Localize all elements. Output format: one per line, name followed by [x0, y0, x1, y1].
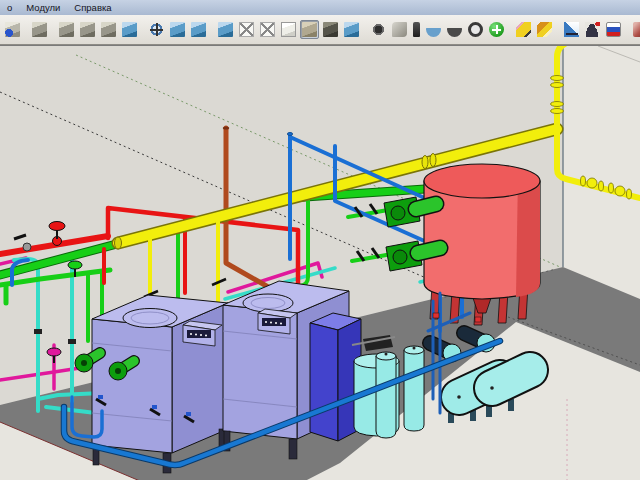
main-toolbar [0, 15, 640, 45]
red-handwheel[interactable] [49, 222, 65, 231]
tank-top [424, 164, 540, 198]
material-red-1-icon[interactable] [631, 20, 640, 39]
brush-icon[interactable] [535, 20, 554, 39]
style-xray-icon[interactable] [216, 20, 235, 39]
cube-tool-3-icon[interactable] [99, 20, 118, 39]
3d-viewport[interactable] [0, 45, 640, 480]
component-cube-icon[interactable] [30, 20, 49, 39]
cube-tool-2-icon[interactable] [78, 20, 97, 39]
cube-tool-4-icon[interactable] [120, 20, 139, 39]
cube-tool-1-icon[interactable] [57, 20, 76, 39]
section-bowl-blue-icon[interactable] [424, 20, 443, 39]
style-shaded-dark-icon[interactable] [321, 20, 340, 39]
sailboat-icon[interactable] [562, 20, 581, 39]
russian-flag-icon[interactable] [604, 20, 623, 39]
orbit-ring-icon[interactable] [466, 20, 485, 39]
flue-open-end [223, 126, 229, 129]
menu-item-1[interactable]: Модули [19, 1, 67, 15]
remove-person-icon[interactable] [583, 20, 602, 39]
pencil-icon[interactable] [514, 20, 533, 39]
slim-cylinder-2[interactable] [404, 350, 424, 431]
boiler-left-front[interactable] [92, 319, 172, 453]
pump-2-motor [418, 248, 440, 253]
control-cabinet[interactable] [310, 313, 361, 441]
model-info-icon[interactable] [3, 20, 22, 39]
gas-header-endcap [115, 237, 122, 249]
slim-cylinder-1[interactable] [376, 356, 396, 438]
zoom-cube-icon[interactable] [189, 20, 208, 39]
eraser-icon[interactable] [390, 20, 409, 39]
scene-canvas[interactable] [0, 46, 640, 480]
menu-bar: оМодулиСправка [0, 0, 640, 15]
section-bowl-dark-icon[interactable] [445, 20, 464, 39]
orbit-cube-icon[interactable] [168, 20, 187, 39]
paint-bottle-icon[interactable] [411, 20, 422, 39]
style-back-edges-icon[interactable] [258, 20, 277, 39]
gauge-disk [23, 243, 31, 251]
pump-1-motor [416, 204, 436, 209]
menu-item-2[interactable]: Справка [67, 1, 118, 15]
style-hidden-line-icon[interactable] [279, 20, 298, 39]
magenta-handwheel[interactable] [47, 348, 61, 356]
style-wireframe-icon[interactable] [237, 20, 256, 39]
shadows-icon[interactable] [369, 20, 388, 39]
axes-crosshair-icon[interactable] [147, 20, 166, 39]
menu-item-0[interactable]: о [0, 1, 19, 15]
green-handwheel-left[interactable] [68, 261, 82, 269]
style-textured-icon[interactable] [342, 20, 361, 39]
style-shaded-icon[interactable] [300, 20, 319, 39]
add-green-plus-icon[interactable] [487, 20, 506, 39]
booster-tank-2[interactable] [492, 370, 530, 388]
